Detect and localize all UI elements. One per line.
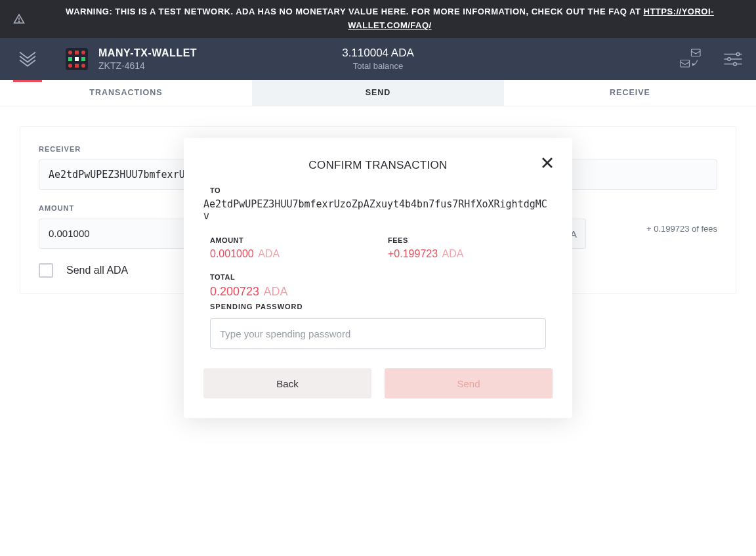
svg-point-9 [734,62,737,66]
tab-send[interactable]: SEND [252,80,504,106]
fees-hint: + 0.199723 of fees [599,224,717,234]
svg-rect-2 [692,49,701,56]
send-all-label: Send all ADA [66,265,128,276]
balance-amount: 3.110004 ADA [342,47,414,60]
logo-active-indicator [13,80,42,82]
modal-title: CONFIRM TRANSACTION [203,159,553,172]
wallet-tabs: TRANSACTIONS SEND RECEIVE [0,80,756,106]
send-button[interactable]: Send [385,368,553,398]
back-button[interactable]: Back [203,368,371,398]
modal-amount-label: AMOUNT [210,236,368,244]
tab-receive[interactable]: RECEIVE [504,80,756,106]
svg-point-7 [728,57,731,60]
wallet-identity[interactable]: MANY-TX-WALLET ZKTZ-4614 [66,47,197,71]
modal-close-button[interactable] [541,156,554,169]
yoroi-logo[interactable] [13,49,42,69]
warning-triangle-icon [13,13,25,25]
balance-label: Total balance [342,61,414,71]
close-icon [541,156,554,169]
confirm-transaction-modal: CONFIRM TRANSACTION TO Ae2tdPwUPEZ3HUU7b… [184,138,572,418]
modal-fees-value: +0.199723 ADA [388,248,546,260]
settings-sliders-icon[interactable] [723,51,743,67]
modal-to-address: Ae2tdPwUPEZ3HUU7bmfexrUzoZpAZxuyt4b4bn7f… [203,198,553,222]
warning-text-pre: WARNING: THIS IS A TEST NETWORK. ADA HAS… [66,7,643,16]
svg-point-1 [18,21,19,22]
transfer-icon[interactable] [679,47,702,71]
wallet-identicon [66,48,88,70]
total-balance: 3.110004 ADA Total balance [342,47,414,71]
wallet-code: ZKTZ-4614 [98,60,197,71]
wallet-name: MANY-TX-WALLET [98,47,197,59]
spending-password-label: SPENDING PASSWORD [210,303,546,310]
send-all-checkbox[interactable] [39,263,53,278]
app-header: MANY-TX-WALLET ZKTZ-4614 3.110004 ADA To… [0,38,756,80]
modal-amount-value: 0.001000 ADA [210,248,368,260]
spending-password-input[interactable] [210,318,546,349]
warning-text: WARNING: THIS IS A TEST NETWORK. ADA HAS… [37,5,743,33]
tab-transactions[interactable]: TRANSACTIONS [0,80,252,106]
svg-rect-3 [681,60,690,67]
modal-total-value: 0.200723 ADA [210,285,546,299]
test-network-warning-bar: WARNING: THIS IS A TEST NETWORK. ADA HAS… [0,0,756,38]
svg-point-5 [736,53,740,56]
modal-total-label: TOTAL [210,273,546,281]
modal-fees-label: FEES [388,236,546,244]
modal-to-label: TO [210,186,546,194]
